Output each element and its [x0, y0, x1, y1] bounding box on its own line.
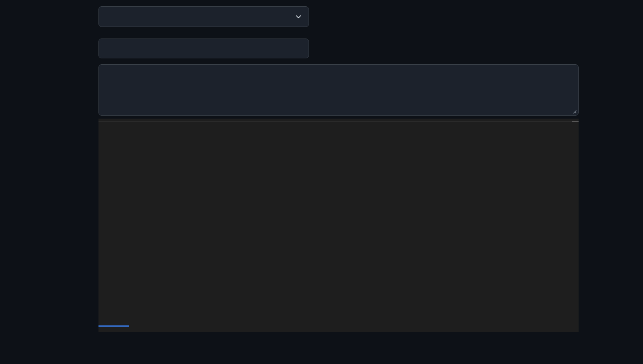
structured-output-row	[0, 6, 643, 27]
schema-code-editor[interactable]	[98, 119, 579, 332]
editor-code[interactable]	[122, 121, 138, 332]
schema-name-row	[0, 39, 643, 58]
chevron-down-icon	[295, 13, 302, 20]
schema-label	[0, 119, 90, 123]
structured-output-select[interactable]	[98, 6, 309, 27]
schema-description-textarea[interactable]	[98, 64, 579, 116]
schema-description-row	[0, 64, 643, 116]
schema-editor-row	[0, 119, 643, 332]
schema-name-input[interactable]	[98, 39, 309, 58]
schema-description-label	[0, 64, 90, 68]
horizontal-scrollbar-thumb[interactable]	[98, 325, 129, 327]
resize-grip-icon[interactable]	[572, 109, 577, 114]
overview-ruler-cursor-mark	[572, 121, 579, 122]
editor-gutter	[98, 121, 122, 332]
active-line-highlight	[98, 121, 579, 122]
schema-description-wrap	[98, 64, 579, 116]
structured-output-settings-panel	[0, 6, 643, 364]
